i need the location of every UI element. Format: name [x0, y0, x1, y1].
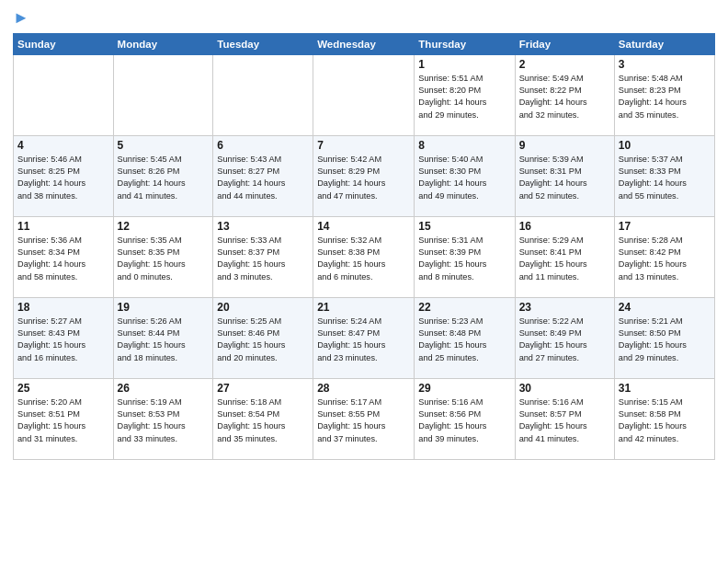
calendar-cell: 21Sunrise: 5:24 AMSunset: 8:47 PMDayligh… — [313, 297, 415, 378]
day-info: Sunrise: 5:29 AMSunset: 8:41 PMDaylight:… — [519, 235, 610, 283]
calendar-cell: 22Sunrise: 5:23 AMSunset: 8:48 PMDayligh… — [415, 297, 515, 378]
calendar-cell: 2Sunrise: 5:49 AMSunset: 8:22 PMDaylight… — [515, 54, 614, 135]
day-info: Sunrise: 5:26 AMSunset: 8:44 PMDaylight:… — [118, 316, 210, 364]
day-info: Sunrise: 5:31 AMSunset: 8:39 PMDaylight:… — [418, 235, 510, 283]
day-info: Sunrise: 5:32 AMSunset: 8:38 PMDaylight:… — [317, 235, 410, 283]
calendar-cell: 26Sunrise: 5:19 AMSunset: 8:53 PMDayligh… — [113, 378, 213, 459]
day-number: 29 — [418, 382, 510, 395]
day-info: Sunrise: 5:49 AMSunset: 8:22 PMDaylight:… — [519, 73, 610, 121]
day-info: Sunrise: 5:23 AMSunset: 8:48 PMDaylight:… — [418, 316, 510, 364]
day-number: 6 — [217, 139, 309, 152]
calendar-cell: 3Sunrise: 5:48 AMSunset: 8:23 PMDaylight… — [614, 54, 714, 135]
day-info: Sunrise: 5:42 AMSunset: 8:29 PMDaylight:… — [317, 154, 410, 202]
day-number: 9 — [519, 139, 610, 152]
day-number: 2 — [519, 58, 610, 71]
day-info: Sunrise: 5:24 AMSunset: 8:47 PMDaylight:… — [317, 316, 410, 364]
calendar-cell: 16Sunrise: 5:29 AMSunset: 8:41 PMDayligh… — [515, 216, 614, 297]
day-info: Sunrise: 5:15 AMSunset: 8:58 PMDaylight:… — [619, 396, 711, 445]
day-info: Sunrise: 5:25 AMSunset: 8:46 PMDaylight:… — [217, 316, 309, 364]
day-number: 28 — [317, 382, 410, 395]
day-header-tuesday: Tuesday — [213, 33, 313, 54]
day-header-monday: Monday — [113, 33, 213, 54]
calendar-cell: 29Sunrise: 5:16 AMSunset: 8:56 PMDayligh… — [415, 378, 515, 459]
calendar-body: 1Sunrise: 5:51 AMSunset: 8:20 PMDaylight… — [14, 54, 715, 459]
day-info: Sunrise: 5:33 AMSunset: 8:37 PMDaylight:… — [217, 235, 309, 283]
day-info: Sunrise: 5:19 AMSunset: 8:53 PMDaylight:… — [118, 396, 210, 445]
calendar-cell: 8Sunrise: 5:40 AMSunset: 8:30 PMDaylight… — [415, 135, 515, 216]
day-number: 30 — [519, 382, 610, 395]
calendar-cell: 9Sunrise: 5:39 AMSunset: 8:31 PMDaylight… — [515, 135, 614, 216]
calendar-cell: 31Sunrise: 5:15 AMSunset: 8:58 PMDayligh… — [614, 378, 714, 459]
day-number: 3 — [619, 58, 711, 71]
calendar-cell: 18Sunrise: 5:27 AMSunset: 8:43 PMDayligh… — [14, 297, 114, 378]
calendar-cell: 13Sunrise: 5:33 AMSunset: 8:37 PMDayligh… — [213, 216, 313, 297]
day-info: Sunrise: 5:35 AMSunset: 8:35 PMDaylight:… — [118, 235, 210, 283]
day-number: 1 — [418, 58, 510, 71]
calendar-cell: 25Sunrise: 5:20 AMSunset: 8:51 PMDayligh… — [14, 378, 114, 459]
day-number: 7 — [317, 139, 410, 152]
calendar-cell: 5Sunrise: 5:45 AMSunset: 8:26 PMDaylight… — [113, 135, 213, 216]
day-number: 13 — [217, 220, 309, 233]
week-row-1: 1Sunrise: 5:51 AMSunset: 8:20 PMDaylight… — [14, 54, 715, 135]
calendar-cell: 28Sunrise: 5:17 AMSunset: 8:55 PMDayligh… — [313, 378, 415, 459]
calendar-cell: 23Sunrise: 5:22 AMSunset: 8:49 PMDayligh… — [515, 297, 614, 378]
week-row-3: 11Sunrise: 5:36 AMSunset: 8:34 PMDayligh… — [14, 216, 715, 297]
day-number: 14 — [317, 220, 410, 233]
calendar-cell: 10Sunrise: 5:37 AMSunset: 8:33 PMDayligh… — [614, 135, 714, 216]
calendar-cell: 24Sunrise: 5:21 AMSunset: 8:50 PMDayligh… — [614, 297, 714, 378]
calendar-cell: 17Sunrise: 5:28 AMSunset: 8:42 PMDayligh… — [614, 216, 714, 297]
logo: ► — [13, 9, 29, 28]
day-header-thursday: Thursday — [415, 33, 515, 54]
day-info: Sunrise: 5:39 AMSunset: 8:31 PMDaylight:… — [519, 154, 610, 202]
day-number: 10 — [619, 139, 711, 152]
page: ► SundayMondayTuesdayWednesdayThursdayFr… — [0, 0, 728, 563]
calendar-cell: 19Sunrise: 5:26 AMSunset: 8:44 PMDayligh… — [113, 297, 213, 378]
calendar-cell: 14Sunrise: 5:32 AMSunset: 8:38 PMDayligh… — [313, 216, 415, 297]
day-info: Sunrise: 5:43 AMSunset: 8:27 PMDaylight:… — [217, 154, 309, 202]
day-number: 4 — [17, 139, 109, 152]
calendar-table: SundayMondayTuesdayWednesdayThursdayFrid… — [13, 33, 715, 460]
week-row-4: 18Sunrise: 5:27 AMSunset: 8:43 PMDayligh… — [14, 297, 715, 378]
calendar-cell — [14, 54, 114, 135]
day-number: 27 — [217, 382, 309, 395]
calendar-cell: 12Sunrise: 5:35 AMSunset: 8:35 PMDayligh… — [113, 216, 213, 297]
day-number: 11 — [17, 220, 109, 233]
day-number: 8 — [418, 139, 510, 152]
day-info: Sunrise: 5:45 AMSunset: 8:26 PMDaylight:… — [118, 154, 210, 202]
day-info: Sunrise: 5:27 AMSunset: 8:43 PMDaylight:… — [17, 316, 109, 364]
day-info: Sunrise: 5:48 AMSunset: 8:23 PMDaylight:… — [619, 73, 711, 121]
day-number: 24 — [619, 301, 711, 314]
calendar-cell — [113, 54, 213, 135]
calendar-cell: 6Sunrise: 5:43 AMSunset: 8:27 PMDaylight… — [213, 135, 313, 216]
day-number: 31 — [619, 382, 711, 395]
day-number: 17 — [619, 220, 711, 233]
day-info: Sunrise: 5:16 AMSunset: 8:57 PMDaylight:… — [519, 396, 610, 445]
day-number: 21 — [317, 301, 410, 314]
header: ► — [13, 9, 715, 28]
day-number: 20 — [217, 301, 309, 314]
day-header-friday: Friday — [515, 33, 614, 54]
calendar-cell: 4Sunrise: 5:46 AMSunset: 8:25 PMDaylight… — [14, 135, 114, 216]
day-info: Sunrise: 5:17 AMSunset: 8:55 PMDaylight:… — [317, 396, 410, 445]
calendar-cell: 1Sunrise: 5:51 AMSunset: 8:20 PMDaylight… — [415, 54, 515, 135]
logo-text-line1: ► — [13, 9, 29, 28]
day-info: Sunrise: 5:22 AMSunset: 8:49 PMDaylight:… — [519, 316, 610, 364]
day-number: 15 — [418, 220, 510, 233]
day-number: 19 — [118, 301, 210, 314]
day-number: 26 — [118, 382, 210, 395]
day-info: Sunrise: 5:21 AMSunset: 8:50 PMDaylight:… — [619, 316, 711, 364]
day-header-saturday: Saturday — [614, 33, 714, 54]
day-info: Sunrise: 5:37 AMSunset: 8:33 PMDaylight:… — [619, 154, 711, 202]
day-header-sunday: Sunday — [14, 33, 114, 54]
calendar-cell: 27Sunrise: 5:18 AMSunset: 8:54 PMDayligh… — [213, 378, 313, 459]
day-info: Sunrise: 5:18 AMSunset: 8:54 PMDaylight:… — [217, 396, 309, 445]
day-info: Sunrise: 5:46 AMSunset: 8:25 PMDaylight:… — [17, 154, 109, 202]
calendar-cell: 7Sunrise: 5:42 AMSunset: 8:29 PMDaylight… — [313, 135, 415, 216]
day-number: 25 — [17, 382, 109, 395]
day-info: Sunrise: 5:51 AMSunset: 8:20 PMDaylight:… — [418, 73, 510, 121]
day-number: 16 — [519, 220, 610, 233]
day-info: Sunrise: 5:40 AMSunset: 8:30 PMDaylight:… — [418, 154, 510, 202]
day-info: Sunrise: 5:36 AMSunset: 8:34 PMDaylight:… — [17, 235, 109, 283]
day-info: Sunrise: 5:16 AMSunset: 8:56 PMDaylight:… — [418, 396, 510, 445]
day-number: 12 — [118, 220, 210, 233]
